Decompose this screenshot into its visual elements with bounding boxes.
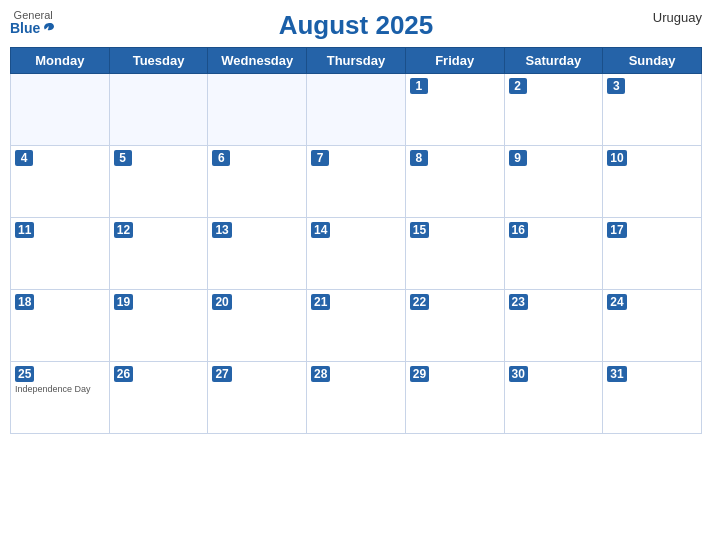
day-number: 24 xyxy=(607,294,626,310)
calendar-cell: 9 xyxy=(504,146,603,218)
day-number: 22 xyxy=(410,294,429,310)
col-wednesday: Wednesday xyxy=(208,48,307,74)
calendar-cell: 4 xyxy=(11,146,110,218)
day-number: 17 xyxy=(607,222,626,238)
day-number: 11 xyxy=(15,222,34,238)
col-tuesday: Tuesday xyxy=(109,48,208,74)
calendar-cell: 26 xyxy=(109,362,208,434)
week-row-3: 11121314151617 xyxy=(11,218,702,290)
logo-bird-icon xyxy=(42,21,56,35)
day-number: 25 xyxy=(15,366,34,382)
calendar-cell: 28 xyxy=(307,362,406,434)
calendar-cell xyxy=(307,74,406,146)
calendar-cell: 27 xyxy=(208,362,307,434)
day-number: 13 xyxy=(212,222,231,238)
calendar-cell xyxy=(109,74,208,146)
day-number: 30 xyxy=(509,366,528,382)
calendar-cell: 2 xyxy=(504,74,603,146)
calendar-cell: 3 xyxy=(603,74,702,146)
calendar-cell: 23 xyxy=(504,290,603,362)
calendar-cell: 12 xyxy=(109,218,208,290)
col-sunday: Sunday xyxy=(603,48,702,74)
col-thursday: Thursday xyxy=(307,48,406,74)
calendar-cell: 16 xyxy=(504,218,603,290)
calendar-wrapper: General Blue August 2025 Uruguay Monday … xyxy=(0,0,712,550)
calendar-cell: 31 xyxy=(603,362,702,434)
week-row-4: 18192021222324 xyxy=(11,290,702,362)
day-number: 4 xyxy=(15,150,33,166)
week-row-1: 123 xyxy=(11,74,702,146)
week-row-2: 45678910 xyxy=(11,146,702,218)
week-row-5: 25Independence Day262728293031 xyxy=(11,362,702,434)
day-number: 23 xyxy=(509,294,528,310)
calendar-table: Monday Tuesday Wednesday Thursday Friday… xyxy=(10,47,702,434)
calendar-cell: 24 xyxy=(603,290,702,362)
day-number: 15 xyxy=(410,222,429,238)
day-number: 19 xyxy=(114,294,133,310)
country-label: Uruguay xyxy=(653,10,702,25)
calendar-cell: 30 xyxy=(504,362,603,434)
calendar-cell: 10 xyxy=(603,146,702,218)
calendar-cell: 19 xyxy=(109,290,208,362)
day-number: 5 xyxy=(114,150,132,166)
col-saturday: Saturday xyxy=(504,48,603,74)
col-friday: Friday xyxy=(405,48,504,74)
calendar-cell: 6 xyxy=(208,146,307,218)
day-number: 2 xyxy=(509,78,527,94)
day-number: 18 xyxy=(15,294,34,310)
calendar-cell: 7 xyxy=(307,146,406,218)
day-number: 8 xyxy=(410,150,428,166)
calendar-cell xyxy=(11,74,110,146)
day-number: 21 xyxy=(311,294,330,310)
calendar-cell: 18 xyxy=(11,290,110,362)
calendar-cell: 14 xyxy=(307,218,406,290)
day-number: 20 xyxy=(212,294,231,310)
calendar-cell: 15 xyxy=(405,218,504,290)
calendar-cell: 22 xyxy=(405,290,504,362)
calendar-cell: 8 xyxy=(405,146,504,218)
calendar-cell: 11 xyxy=(11,218,110,290)
day-number: 29 xyxy=(410,366,429,382)
day-number: 3 xyxy=(607,78,625,94)
calendar-cell: 20 xyxy=(208,290,307,362)
calendar-cell: 25Independence Day xyxy=(11,362,110,434)
calendar-cell: 1 xyxy=(405,74,504,146)
day-number: 10 xyxy=(607,150,626,166)
day-number: 26 xyxy=(114,366,133,382)
day-number: 1 xyxy=(410,78,428,94)
logo-blue: Blue xyxy=(10,21,56,35)
day-number: 7 xyxy=(311,150,329,166)
logo-area: General Blue xyxy=(10,10,56,35)
calendar-header-row: Monday Tuesday Wednesday Thursday Friday… xyxy=(11,48,702,74)
calendar-cell: 29 xyxy=(405,362,504,434)
day-number: 6 xyxy=(212,150,230,166)
calendar-cell xyxy=(208,74,307,146)
calendar-cell: 5 xyxy=(109,146,208,218)
calendar-title: August 2025 xyxy=(279,10,434,41)
day-number: 31 xyxy=(607,366,626,382)
day-number: 28 xyxy=(311,366,330,382)
calendar-header: General Blue August 2025 Uruguay xyxy=(10,10,702,41)
calendar-cell: 13 xyxy=(208,218,307,290)
day-number: 12 xyxy=(114,222,133,238)
calendar-cell: 21 xyxy=(307,290,406,362)
day-number: 27 xyxy=(212,366,231,382)
day-event: Independence Day xyxy=(15,384,105,394)
day-number: 9 xyxy=(509,150,527,166)
day-number: 16 xyxy=(509,222,528,238)
day-number: 14 xyxy=(311,222,330,238)
col-monday: Monday xyxy=(11,48,110,74)
calendar-cell: 17 xyxy=(603,218,702,290)
